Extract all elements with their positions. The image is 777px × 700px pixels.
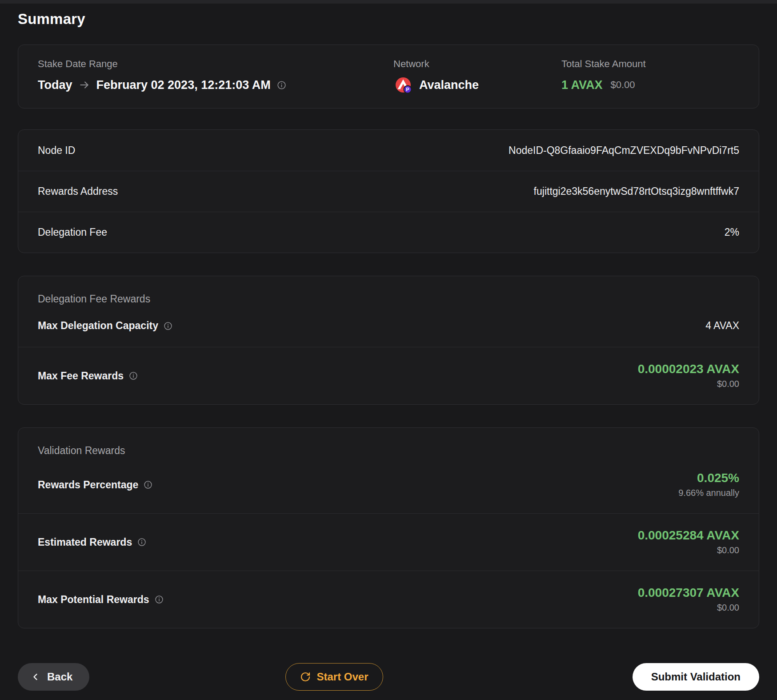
max-potential-rewards-labelwrap: Max Potential Rewards: [38, 594, 164, 606]
arrow-right-icon: [79, 79, 90, 91]
start-over-button-label: Start Over: [316, 671, 368, 683]
estimated-rewards-labelwrap: Estimated Rewards: [38, 536, 146, 548]
max-fee-rewards-values: 0.00002023 AVAX $0.00: [638, 362, 739, 389]
max-delegation-capacity-value: 4 AVAX: [705, 320, 739, 332]
stake-date-to: February 02 2023, 12:21:03 AM: [96, 78, 271, 92]
max-potential-rewards-values: 0.00027307 AVAX $0.00: [638, 586, 739, 613]
total-stake-usd: $0.00: [611, 79, 635, 91]
max-potential-rewards-label: Max Potential Rewards: [38, 594, 149, 606]
chevron-left-icon: [30, 672, 41, 682]
start-over-button[interactable]: Start Over: [285, 663, 383, 691]
stake-date-range-value: Today February 02 2023, 12:21:03 AM: [38, 75, 393, 95]
estimated-rewards-row: Estimated Rewards 0.00025284 AVAX $0.00: [18, 513, 759, 571]
summary-page: Summary Stake Date Range Today February …: [0, 11, 777, 691]
rewards-address-value: fujittgi2e3k56enytwSd78rtOtsq3izg8wnftff…: [534, 185, 739, 197]
rewards-percentage-labelwrap: Rewards Percentage: [38, 479, 152, 491]
max-fee-rewards-value: 0.00002023 AVAX: [638, 362, 739, 376]
max-potential-rewards-info-icon[interactable]: [155, 595, 164, 604]
network-name: Avalanche: [419, 78, 479, 92]
estimated-rewards-values: 0.00025284 AVAX $0.00: [638, 529, 739, 555]
footer-actions: Back Start Over Submit Validation: [18, 663, 759, 691]
delegation-fee-rewards-card: Delegation Fee Rewards Max Delegation Ca…: [18, 276, 759, 405]
avalanche-icon: P: [393, 75, 413, 95]
max-fee-rewards-usd: $0.00: [717, 379, 739, 389]
total-stake-label: Total Stake Amount: [561, 58, 739, 70]
node-id-value: NodeID-Q8Gfaaio9FAqCmZVEXDq9bFvNPvDi7rt5: [509, 145, 739, 157]
validation-rewards-title: Validation Rewards: [18, 428, 759, 456]
node-details-card: Node ID NodeID-Q8Gfaaio9FAqCmZVEXDq9bFvN…: [18, 129, 759, 253]
delegation-fee-rewards-title: Delegation Fee Rewards: [18, 276, 759, 305]
stake-overview-card: Stake Date Range Today February 02 2023,…: [18, 44, 759, 109]
max-delegation-capacity-label: Max Delegation Capacity: [38, 320, 158, 332]
estimated-rewards-label: Estimated Rewards: [38, 536, 132, 548]
stake-date-range-label: Stake Date Range: [38, 58, 393, 70]
max-delegation-capacity-labelwrap: Max Delegation Capacity: [38, 320, 172, 332]
rewards-percentage-label: Rewards Percentage: [38, 479, 138, 491]
rewards-percentage-info-icon[interactable]: [144, 480, 152, 489]
p-chain-badge-letter: P: [406, 87, 409, 92]
rewards-address-row: Rewards Address fujittgi2e3k56enytwSd78r…: [18, 171, 759, 212]
rewards-percentage-annual: 9.66% annually: [678, 488, 739, 498]
footer-center: Start Over: [63, 663, 605, 691]
rewards-percentage-values: 0.025% 9.66% annually: [678, 471, 739, 498]
network-column: Network P Avalanche: [393, 58, 561, 95]
network-value: P Avalanche: [393, 75, 561, 95]
submit-validation-button[interactable]: Submit Validation: [633, 663, 759, 691]
max-fee-rewards-label: Max Fee Rewards: [38, 370, 124, 382]
max-potential-rewards-row: Max Potential Rewards 0.00027307 AVAX $0…: [18, 571, 759, 628]
rewards-address-label: Rewards Address: [38, 185, 118, 197]
rewards-percentage-row: Rewards Percentage 0.025% 9.66% annually: [18, 456, 759, 513]
network-label: Network: [393, 58, 561, 70]
max-fee-rewards-row: Max Fee Rewards 0.00002023 AVAX $0.00: [18, 347, 759, 404]
total-stake-column: Total Stake Amount 1 AVAX $0.00: [561, 58, 739, 95]
max-delegation-capacity-info-icon[interactable]: [164, 322, 172, 330]
delegation-fee-row: Delegation Fee 2%: [18, 212, 759, 253]
total-stake-value: 1 AVAX $0.00: [561, 75, 739, 95]
validation-rewards-card: Validation Rewards Rewards Percentage 0.…: [18, 427, 759, 628]
max-fee-rewards-labelwrap: Max Fee Rewards: [38, 370, 138, 382]
node-id-label: Node ID: [38, 145, 75, 157]
estimated-rewards-usd: $0.00: [717, 545, 739, 555]
stake-date-range-column: Stake Date Range Today February 02 2023,…: [38, 58, 393, 95]
rewards-percentage-value: 0.025%: [697, 471, 739, 485]
estimated-rewards-value: 0.00025284 AVAX: [638, 529, 739, 542]
stake-date-from: Today: [38, 78, 72, 92]
top-edge-strip: [0, 0, 777, 4]
max-delegation-capacity-row: Max Delegation Capacity 4 AVAX: [18, 305, 759, 347]
node-id-row: Node ID NodeID-Q8Gfaaio9FAqCmZVEXDq9bFvN…: [18, 130, 759, 171]
page-title: Summary: [18, 11, 759, 28]
max-fee-rewards-info-icon[interactable]: [129, 371, 138, 380]
estimated-rewards-info-icon[interactable]: [137, 538, 146, 547]
max-potential-rewards-value: 0.00027307 AVAX: [638, 586, 739, 599]
delegation-fee-label: Delegation Fee: [38, 226, 107, 238]
max-potential-rewards-usd: $0.00: [717, 603, 739, 613]
stake-date-info-icon[interactable]: [277, 80, 286, 90]
refresh-icon: [300, 672, 311, 682]
delegation-fee-value: 2%: [725, 226, 739, 238]
total-stake-amount: 1 AVAX: [561, 78, 603, 92]
submit-validation-button-label: Submit Validation: [651, 671, 741, 683]
